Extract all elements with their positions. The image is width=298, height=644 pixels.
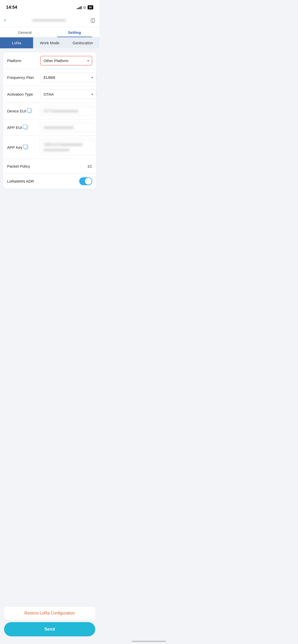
activation-type-dropdown-arrow: ▾ — [91, 93, 93, 96]
sec-tab-geolocation[interactable]: Geolocation — [66, 37, 99, 48]
signal-icon — [77, 6, 82, 9]
frequency-plan-selected: EU868 — [44, 75, 55, 80]
platform-dropdown[interactable]: Other Platform ▾ — [40, 56, 92, 65]
packet-policy-label: Packet Policy — [7, 164, 40, 168]
activation-type-dropdown[interactable]: OTAA ▾ — [40, 90, 96, 99]
nav-bar: ‹ ●●●●●●●●●●●●●● ◫ — [0, 13, 99, 27]
back-button[interactable]: ‹ — [4, 16, 8, 24]
frequency-plan-dropdown-arrow: ▾ — [91, 76, 93, 79]
app-key-input[interactable]: 15BA1AC5●●●●●●●●●0●●●●●●●●●●●● — [40, 139, 96, 155]
device-eui-value: 3CF7●●●●●●●●●●●● — [40, 106, 96, 115]
device-eui-label: Device EUI — [7, 109, 40, 113]
lorawan-adr-toggle[interactable] — [79, 177, 92, 185]
device-eui-input[interactable]: 3CF7●●●●●●●●●●●● — [40, 106, 96, 115]
app-eui-copy-icon[interactable] — [24, 125, 28, 129]
tab-general[interactable]: General — [0, 27, 50, 37]
activation-type-label: Activation Type — [7, 92, 40, 96]
main-content: Platform Other Platform ▾ Frequency Plan… — [0, 48, 99, 219]
platform-dropdown-arrow: ▾ — [87, 59, 89, 63]
app-key-copy-icon[interactable] — [24, 145, 28, 149]
top-tab-bar: General Setting — [0, 27, 99, 37]
app-eui-value: ●●●●●●●●●●●●●6 — [40, 123, 96, 132]
toggle-knob — [85, 178, 92, 185]
app-eui-label: APP EUI — [7, 125, 40, 130]
device-eui-row: Device EUI 3CF7●●●●●●●●●●●● — [3, 103, 96, 119]
tab-setting[interactable]: Setting — [50, 27, 99, 37]
battery-indicator: 80 — [88, 5, 93, 9]
platform-selected: Other Platform — [44, 58, 69, 63]
activation-type-value: OTAA ▾ — [40, 90, 96, 99]
status-bar: 14:54 ⊙ 80 — [0, 0, 99, 13]
app-eui-input[interactable]: ●●●●●●●●●●●●●6 — [40, 123, 96, 132]
platform-row: Platform Other Platform ▾ — [3, 52, 96, 69]
packet-policy-display: 1C — [87, 164, 92, 168]
app-key-value: 15BA1AC5●●●●●●●●●0●●●●●●●●●●●● — [40, 139, 96, 155]
activation-type-row: Activation Type OTAA ▾ — [3, 86, 96, 103]
app-key-row: APP Key 15BA1AC5●●●●●●●●●0●●●●●●●●●●●● — [3, 136, 96, 159]
device-eui-copy-icon[interactable] — [28, 109, 32, 113]
lorawan-adr-value — [40, 177, 92, 185]
secondary-tab-bar: LoRa Work Mode Geolocation — [0, 37, 99, 48]
wifi-icon: ⊙ — [83, 5, 86, 9]
packet-policy-value: 1C — [40, 164, 92, 168]
lorawan-adr-row: LoRaWAN ADR — [3, 174, 96, 189]
packet-policy-row: Packet Policy 1C — [3, 159, 96, 174]
frequency-plan-row: Frequency Plan EU868 ▾ — [3, 69, 96, 86]
status-icons: ⊙ 80 — [77, 5, 93, 9]
sec-tab-lora[interactable]: LoRa — [0, 37, 33, 48]
activation-type-selected: OTAA — [44, 92, 54, 96]
lorawan-adr-label: LoRaWAN ADR — [7, 179, 40, 183]
sec-tab-workmode[interactable]: Work Mode — [33, 37, 66, 48]
platform-label: Platform — [7, 58, 40, 63]
app-eui-row: APP EUI ●●●●●●●●●●●●●6 — [3, 119, 96, 136]
frequency-plan-dropdown[interactable]: EU868 ▾ — [40, 73, 96, 82]
platform-value: Other Platform ▾ — [40, 56, 92, 65]
frequency-plan-value: EU868 ▾ — [40, 73, 96, 82]
settings-card: Platform Other Platform ▾ Frequency Plan… — [3, 52, 96, 189]
frequency-plan-label: Frequency Plan — [7, 75, 40, 80]
app-key-label: APP Key — [7, 145, 40, 150]
nav-title: ●●●●●●●●●●●●●● — [32, 18, 66, 22]
layout-icon[interactable]: ◫ — [90, 17, 95, 23]
status-time: 14:54 — [6, 5, 17, 10]
lorawan-adr-toggle-wrap — [79, 177, 92, 185]
